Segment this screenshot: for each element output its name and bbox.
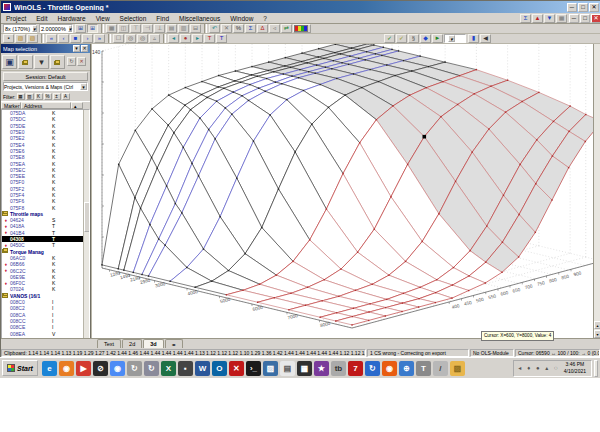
blue-sync-icon[interactable]: ↻ xyxy=(365,361,380,376)
open-session-dropdown[interactable]: ▾ xyxy=(34,55,49,69)
first-map-button[interactable]: « xyxy=(46,34,57,43)
notes-app-icon[interactable]: ▤ xyxy=(280,361,295,376)
seven-app-icon[interactable]: 7 xyxy=(348,361,363,376)
list-header[interactable]: MarkerAddress▴ xyxy=(1,101,90,109)
column-header-[interactable]: ▴ xyxy=(71,102,83,109)
align-left-button[interactable]: ◀ xyxy=(480,34,491,43)
mini-combo[interactable]: ▾ xyxy=(444,34,466,43)
tray-status1-icon[interactable]: ♦ xyxy=(525,364,533,372)
globe-app-icon[interactable]: ⊕ xyxy=(399,361,414,376)
orange-app-icon[interactable]: ◉ xyxy=(59,361,74,376)
zoom-out-button[interactable]: ◎ xyxy=(137,34,148,43)
section-button[interactable]: § xyxy=(408,34,419,43)
filter-button[interactable]: ± xyxy=(53,93,61,100)
split-view-button[interactable]: ◫ xyxy=(118,24,129,33)
accept-button[interactable]: ✓ xyxy=(384,34,395,43)
grid-view-button[interactable]: ▦ xyxy=(106,24,117,33)
tab-scroll-button[interactable]: ◂▸ xyxy=(165,339,183,348)
step-left-button[interactable]: ◂ xyxy=(168,34,179,43)
pointer-button[interactable]: ▵ xyxy=(149,34,160,43)
panel-header[interactable]: Map selection ▾✕ xyxy=(1,44,90,53)
undo-button[interactable]: ↶ xyxy=(209,24,220,33)
selection-mode-button[interactable]: ☐ xyxy=(113,34,124,43)
zoom-level-combo[interactable]: 8x (170%)▾ xyxy=(3,24,37,33)
pinball-app-icon[interactable]: ★ xyxy=(314,361,329,376)
percent-button[interactable]: % xyxy=(233,24,244,33)
import-maps-button[interactable] xyxy=(50,55,65,69)
mdi-close-button[interactable]: ✕ xyxy=(591,14,600,23)
menu-item-selection[interactable]: Selection xyxy=(115,14,152,23)
dark-app-icon[interactable]: ▪ xyxy=(178,361,193,376)
scrollbar-thumb[interactable] xyxy=(84,202,90,232)
close-button[interactable]: ✕ xyxy=(589,3,599,12)
step-right-button[interactable]: ▸ xyxy=(192,34,203,43)
previous-map-button[interactable]: ‹ xyxy=(58,34,69,43)
filter-button[interactable]: ▥ xyxy=(26,93,34,100)
sigma-icon[interactable]: Σ xyxy=(520,14,531,23)
properties-button[interactable]: ▪ xyxy=(3,34,14,43)
surface-chart[interactable]: 1401280149021802980300040005000600070008… xyxy=(92,44,593,338)
maximize-button[interactable]: □ xyxy=(578,3,588,12)
mdi-restore-button[interactable]: □ xyxy=(580,14,590,23)
panel-menu-icon[interactable]: ▾ xyxy=(73,45,80,52)
collapse-button[interactable]: ⊟ xyxy=(190,24,201,33)
tab-2d[interactable]: 2d xyxy=(122,339,142,348)
value-scale-combo[interactable]: 2.00000%▾ xyxy=(39,24,73,33)
close-list-button[interactable]: ✕ xyxy=(77,57,86,66)
map-3d-view[interactable]: 1401280149021802980300040005000600070008… xyxy=(92,44,593,338)
outlook-icon[interactable]: O xyxy=(212,361,227,376)
menu-item-project[interactable]: Project xyxy=(1,14,31,23)
dock-left-button[interactable]: ⊣ xyxy=(142,24,153,33)
browser-icon[interactable]: e xyxy=(42,361,57,376)
open-project-folder-button[interactable]: ▨ xyxy=(27,34,38,43)
mdi-vertical-scrollbar[interactable]: ▴ ▾ xyxy=(593,44,600,338)
menu-item-window[interactable]: Window xyxy=(225,14,258,23)
tool-app-icon[interactable]: T xyxy=(416,361,431,376)
next-map-button[interactable]: › xyxy=(82,34,93,43)
open-session-button[interactable] xyxy=(18,55,33,69)
word-icon[interactable]: W xyxy=(195,361,210,376)
delete-button[interactable]: ✕ xyxy=(221,24,232,33)
menu-item-miscellaneous[interactable]: Miscellaneous xyxy=(174,14,225,23)
menu-item-help[interactable]: ? xyxy=(258,14,272,23)
view-2d-button[interactable]: ⊞ xyxy=(75,24,86,33)
explorer-icon[interactable]: ▨ xyxy=(263,361,278,376)
text-increase-button[interactable]: T xyxy=(216,34,227,43)
scroll-down-icon[interactable]: ▾ xyxy=(594,330,600,338)
media-player-icon[interactable]: ▶ xyxy=(76,361,91,376)
up-triangle-icon[interactable]: ▲ xyxy=(532,14,543,23)
down-triangle-icon[interactable]: ▼ xyxy=(544,14,555,23)
last-map-button[interactable]: » xyxy=(94,34,105,43)
menu-item-hardware[interactable]: Hardware xyxy=(52,14,90,23)
list-vertical-scrollbar[interactable] xyxy=(83,110,89,341)
chevron-down-icon[interactable]: ▾ xyxy=(80,83,87,90)
dock-top-button[interactable]: ⊤ xyxy=(130,24,141,33)
swap-axes-button[interactable]: ⇄ xyxy=(281,24,292,33)
tab-text[interactable]: Text xyxy=(97,339,121,348)
previous-button[interactable]: ◃ xyxy=(269,24,280,33)
grid-icon[interactable]: ▦ xyxy=(556,14,567,23)
zoom-in-button[interactable]: ◎ xyxy=(125,34,136,43)
terminal-icon[interactable]: ›_ xyxy=(246,361,261,376)
red-x-app-icon[interactable]: ✕ xyxy=(229,361,244,376)
mark-button[interactable]: ● xyxy=(180,34,191,43)
filter-button[interactable]: % xyxy=(44,93,52,100)
gamepad-app-icon[interactable]: ▦ xyxy=(297,361,312,376)
menu-item-view[interactable]: View xyxy=(91,14,115,23)
chevron-down-icon[interactable]: ▾ xyxy=(448,35,455,42)
stop-button[interactable]: ■ xyxy=(70,34,81,43)
filter-button[interactable]: A xyxy=(62,93,70,100)
tray-volume-icon[interactable]: ▴ xyxy=(543,364,551,372)
show-desktop-button[interactable] xyxy=(594,360,598,377)
tb-app-icon[interactable]: tb xyxy=(331,361,346,376)
title-bar[interactable]: WinOLS - Throttle Opening * ─□✕ xyxy=(1,1,600,13)
sync-app2-icon[interactable]: ↻ xyxy=(144,361,159,376)
tray-status2-icon[interactable]: ● xyxy=(534,364,542,372)
mdi-minimize-button[interactable]: ─ xyxy=(569,14,579,23)
scroll-up-icon[interactable]: ▴ xyxy=(594,321,600,329)
sync-app-icon[interactable]: ↻ xyxy=(127,361,142,376)
menu-item-find[interactable]: Find xyxy=(151,14,174,23)
refresh-button[interactable]: ↻ xyxy=(67,57,76,66)
save-session-button[interactable]: ▣ xyxy=(2,55,17,69)
orange-ring-icon[interactable]: ◉ xyxy=(382,361,397,376)
